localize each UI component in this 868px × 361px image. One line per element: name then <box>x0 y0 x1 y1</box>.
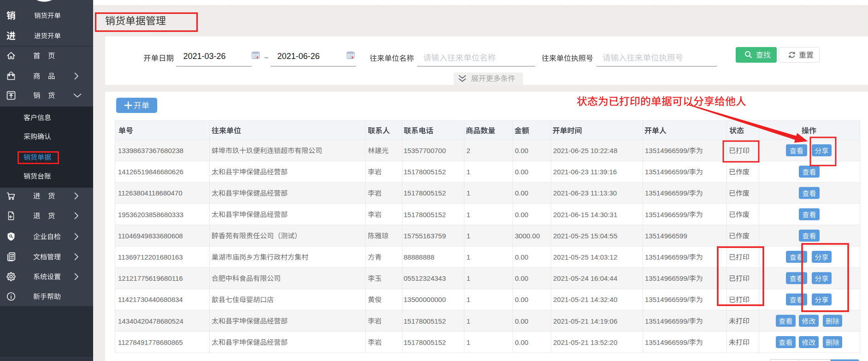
svg-text:0.00: 0.00 <box>515 211 528 219</box>
svg-text:2021-05-21 14:32:40: 2021-05-21 14:32:40 <box>553 296 617 303</box>
svg-text:0.00: 0.00 <box>515 317 528 325</box>
svg-text:2021-05-25 14:03:12: 2021-05-25 14:03:12 <box>553 253 617 261</box>
svg-text:2021-06-15 14:30:31: 2021-06-15 14:30:31 <box>553 211 617 219</box>
svg-text:15178005152: 15178005152 <box>404 338 446 346</box>
svg-text:15178005152: 15178005152 <box>404 189 446 197</box>
svg-text:15178005152: 15178005152 <box>404 211 446 219</box>
svg-text:15178005152: 15178005152 <box>404 168 446 176</box>
svg-text:05512324343: 05512324343 <box>404 274 446 282</box>
svg-text:13514966599/: 13514966599/ <box>645 296 690 303</box>
svg-text:1: 1 <box>466 338 470 346</box>
svg-text:1: 1 <box>466 232 470 240</box>
svg-text:13514966599/: 13514966599/ <box>645 147 690 154</box>
svg-text:1: 1 <box>466 168 470 176</box>
svg-text:1: 1 <box>466 317 470 325</box>
svg-text:15178005152: 15178005152 <box>404 317 446 325</box>
svg-text:1: 1 <box>466 296 470 303</box>
svg-text:13514966599/: 13514966599/ <box>645 338 690 346</box>
svg-text:13500000000: 13500000000 <box>404 296 446 303</box>
svg-text:1: 1 <box>466 211 470 219</box>
svg-text:1: 1 <box>466 253 470 261</box>
svg-text:0.00: 0.00 <box>515 168 528 176</box>
svg-text:13514966599/: 13514966599/ <box>645 168 690 176</box>
svg-text:3000.00: 3000.00 <box>515 232 540 240</box>
svg-text:2021-03-26: 2021-03-26 <box>183 52 226 61</box>
svg-text:2021-05-21 14:19:06: 2021-05-21 14:19:06 <box>553 317 617 325</box>
svg-text:1: 1 <box>466 189 470 197</box>
svg-text:13398637367680238: 13398637367680238 <box>118 147 183 154</box>
svg-text:19536203858680333: 19536203858680333 <box>118 211 183 219</box>
svg-text:0.00: 0.00 <box>515 274 528 282</box>
svg-text:2021-06-26: 2021-06-26 <box>278 52 320 61</box>
svg-text:0.00: 0.00 <box>515 296 528 303</box>
svg-text:11369712201680163: 11369712201680163 <box>118 253 183 261</box>
svg-text:12121775619680116: 12121775619680116 <box>118 274 183 282</box>
svg-text:88888888: 88888888 <box>404 253 435 261</box>
svg-text:15755163759: 15755163759 <box>404 232 446 240</box>
svg-text:0.00: 0.00 <box>515 147 528 154</box>
svg-text:13514966599: 13514966599 <box>645 232 687 240</box>
svg-text:11046949833680608: 11046949833680608 <box>118 232 183 240</box>
svg-text:13514966599/: 13514966599/ <box>645 274 690 282</box>
svg-text:0.00: 0.00 <box>515 189 528 197</box>
svg-text:14340420478680524: 14340420478680524 <box>118 317 183 325</box>
svg-text:2021-05-25 15:04:55: 2021-05-25 15:04:55 <box>553 232 617 240</box>
svg-text:13514966599/: 13514966599/ <box>645 189 690 197</box>
svg-text:13514966599/: 13514966599/ <box>645 317 690 325</box>
svg-text:13514966599/: 13514966599/ <box>645 253 690 261</box>
svg-text:2021-05-21 13:52:20: 2021-05-21 13:52:20 <box>553 338 617 346</box>
svg-text:14126519846680626: 14126519846680626 <box>118 168 183 176</box>
svg-text:11421730440680834: 11421730440680834 <box>118 296 183 303</box>
svg-text:2021-06-25 10:22:48: 2021-06-25 10:22:48 <box>553 147 617 154</box>
svg-text:~: ~ <box>264 54 268 62</box>
svg-text:13514966599/: 13514966599/ <box>645 211 690 219</box>
svg-text:0.00: 0.00 <box>515 253 528 261</box>
svg-text:2: 2 <box>466 147 470 154</box>
svg-text:2021-06-23 11:13:30: 2021-06-23 11:13:30 <box>553 189 617 197</box>
svg-text:0.00: 0.00 <box>515 338 528 346</box>
svg-text:2021-05-24 16:04:44: 2021-05-24 16:04:44 <box>553 274 617 282</box>
svg-text:11278491778680865: 11278491778680865 <box>118 338 183 346</box>
svg-text:11263804118680470: 11263804118680470 <box>118 189 183 197</box>
svg-text:1: 1 <box>466 274 470 282</box>
svg-text:15357700700: 15357700700 <box>404 147 446 154</box>
svg-text:2021-06-23 11:39:16: 2021-06-23 11:39:16 <box>553 168 617 176</box>
